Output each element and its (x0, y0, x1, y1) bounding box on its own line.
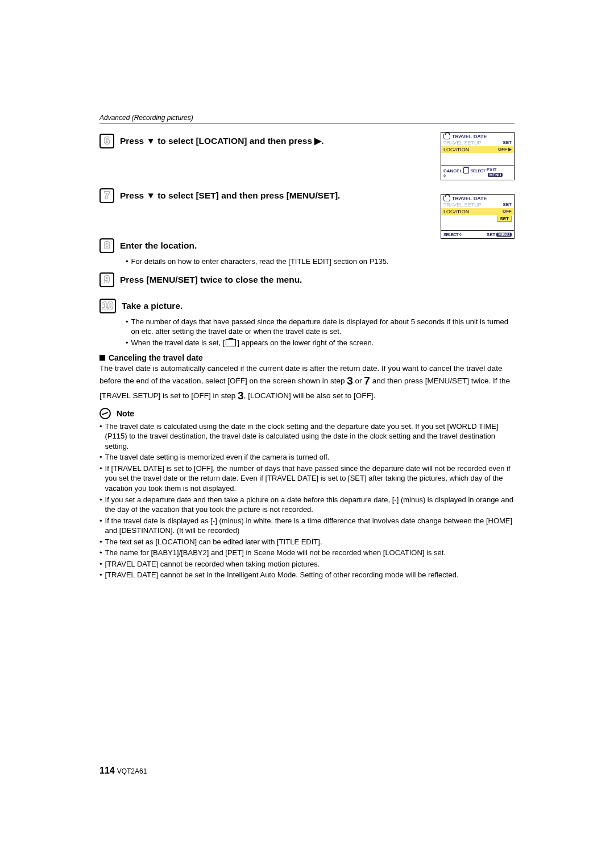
cancel-heading: Canceling the travel date (99, 353, 515, 362)
bullet-text: The number of days that have passed sinc… (131, 317, 515, 337)
note-heading: Note (99, 408, 515, 419)
lcd2-r2-val: OFF (503, 209, 512, 214)
step-10-bullets: •The number of days that have passed sin… (126, 317, 515, 348)
step-title: Enter the location. (120, 238, 197, 251)
lcd1-r1-label: TRAVEL SETUP (443, 140, 482, 146)
step-8-bullets: •For details on how to enter characters,… (126, 257, 515, 267)
square-bullet-icon (99, 355, 105, 361)
note-item: The travel date setting is memorized eve… (105, 452, 330, 462)
lcd1-r2-label: LOCATION (443, 147, 469, 152)
lcd1-title: TRAVEL DATE (452, 134, 487, 139)
step-title: Take a picture. (122, 299, 182, 312)
lcd-screen-step6: TRAVEL DATE TRAVEL SETUPSET LOCATIONOFF … (441, 132, 515, 180)
trash-icon (463, 167, 469, 173)
note-item: The name for [BABY1]/[BABY2] and [PET] i… (105, 548, 446, 558)
travel-icon (226, 339, 236, 346)
step-number-badge: 8 (99, 238, 114, 253)
step-number-badge: 10 (99, 299, 116, 313)
page: Advanced (Recording pictures) TRAVEL DAT… (0, 0, 614, 868)
note-item: If the travel date is displayed as [-] (… (105, 516, 515, 536)
section-header: Advanced (Recording pictures) (99, 114, 515, 123)
lcd-screen-step7: TRAVEL DATE TRAVEL SETUPSET LOCATIONOFF … (441, 194, 515, 239)
page-number: 114 (99, 766, 115, 775)
bullet-text: For details on how to enter characters, … (131, 257, 389, 267)
note-icon (99, 408, 111, 419)
lcd2-set-btn: SET (497, 216, 512, 222)
note-item: The travel date is calculated using the … (105, 421, 515, 452)
bullet-text: When the travel date is set, [] appears … (131, 338, 374, 348)
note-item: If [TRAVEL DATE] is set to [OFF], the nu… (105, 464, 515, 494)
step-number-badge: 9 (99, 272, 114, 287)
lcd2-r2-label: LOCATION (443, 209, 469, 214)
step-9: 9 Press [MENU/SET] twice to close the me… (99, 272, 515, 287)
step-number-badge: 7 (99, 188, 114, 203)
lcd1-r2-val: OFF ▶ (498, 147, 512, 152)
lcd2-title: TRAVEL DATE (452, 196, 487, 201)
note-list: •The travel date is calculated using the… (99, 421, 515, 580)
doc-code: VQT2A61 (117, 767, 147, 775)
note-item: [TRAVEL DATE] cannot be set in the Intel… (105, 570, 459, 580)
lcd2-r1-label: TRAVEL SETUP (443, 202, 482, 208)
menu-icon: MENU (488, 173, 503, 177)
lcd1-br: EXITMENU (487, 167, 512, 179)
lcd2-br: SETMENU (487, 232, 512, 237)
lcd2-r1-val: SET (503, 202, 512, 208)
lcd1-r1-val: SET (503, 140, 512, 146)
note-item: If you set a departure date and then tak… (105, 495, 515, 515)
menu-icon: MENU (496, 233, 512, 237)
step-title: Press ▼ to select [SET] and then press [… (120, 188, 340, 201)
step-10: 10 Take a picture. (99, 299, 515, 313)
lcd-figures: TRAVEL DATE TRAVEL SETUPSET LOCATIONOFF … (441, 132, 515, 253)
step-title: Press ▼ to select [LOCATION] and then pr… (120, 134, 324, 147)
bag-icon (443, 134, 450, 139)
page-footer: 114VQT2A61 (99, 766, 147, 776)
cancel-paragraph: The travel date is automatically cancele… (99, 363, 515, 403)
lcd1-bl: CANCEL SELECT ◊ (443, 167, 487, 179)
note-item: [TRAVEL DATE] cannot be recorded when ta… (105, 559, 320, 569)
step-title: Press [MENU/SET] twice to close the menu… (120, 272, 302, 286)
bag-icon (443, 196, 450, 201)
note-item: The text set as [LOCATION] can be edited… (105, 537, 322, 547)
lcd2-bl: SELECT ◊ (443, 232, 462, 237)
step-number-badge: 6 (99, 134, 114, 148)
